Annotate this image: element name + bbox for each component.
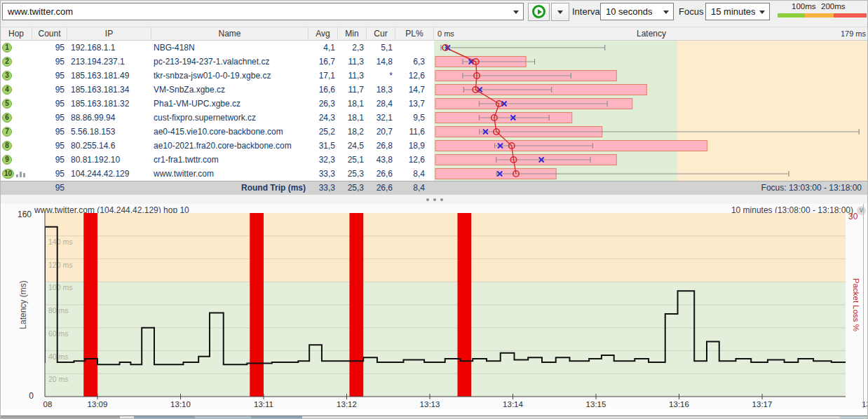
latency-scale-legend: 100ms 200ms: [778, 2, 867, 19]
latency-column-header: 0 ms Latency 179 ms: [434, 27, 868, 41]
focus-label: Focus: [679, 6, 703, 17]
cell-pl: 6,3: [395, 55, 425, 69]
hop-badge: 9: [2, 155, 12, 165]
focus-dropdown-arrow[interactable]: [757, 4, 769, 20]
hop-latency-graph: [434, 41, 868, 181]
column-header-pl: PL%: [395, 27, 434, 41]
hop-row[interactable]: 395185.163.181.49tkr-snbza-jsw01-0-0-19.…: [1, 69, 434, 83]
gridline-label: 60 ms: [48, 329, 69, 338]
hop-row[interactable]: 69588.86.99.94cust-fixpro.supernetwork.c…: [1, 111, 434, 125]
round-trip-row: 95 Round Trip (ms) 33,3 25,3 26,6 8,4 Fo…: [1, 181, 868, 195]
packet-loss-event-bar: [83, 213, 97, 397]
toolbar: www.twitter.com Interval 10 seconds Focu…: [1, 1, 868, 27]
cell-count: 95: [32, 55, 65, 69]
cell-name: tkr-snbza-jsw01-0-0-19.xgbe.cz: [154, 69, 308, 83]
cell-min: 18,2: [338, 125, 364, 139]
hop-table: 195192.168.1.1NBG-418N4,12,35,1295213.19…: [1, 41, 868, 181]
cell-ip: 104.244.42.129: [71, 167, 151, 181]
interval-dropdown-arrow[interactable]: [660, 4, 673, 20]
hop-number-badge: 10: [1, 167, 32, 181]
latency-color-bar: [778, 13, 867, 18]
latency-title: Latency: [434, 27, 868, 40]
cell-name: VM-SnbZa.xgbe.cz: [154, 83, 308, 97]
cell-pl: 9,5: [395, 111, 425, 125]
hop-number-badge: 1: [1, 41, 32, 55]
cell-pl: 13,7: [395, 97, 425, 111]
y-axis-title: Latency (ms): [18, 280, 28, 329]
target-dropdown-arrow[interactable]: [510, 4, 523, 20]
column-header-avg: Avg: [308, 27, 338, 41]
cell-name: ae10-2021.fra20.core-backbone.com: [154, 139, 308, 153]
timeline-orange-zone: [45, 213, 846, 282]
cell-ip: 185.163.181.49: [71, 69, 151, 83]
hop-row[interactable]: 1095104.244.42.129www.twitter.com33,325,…: [1, 167, 434, 181]
hop-badge: 4: [2, 85, 12, 95]
cell-name: cr1-fra1.twttr.com: [154, 153, 308, 167]
cell-ip: 213.194.237.1: [71, 55, 151, 69]
cell-avg: 4,1: [308, 41, 335, 55]
cell-min: 11,7: [338, 83, 364, 97]
hop-row[interactable]: 195192.168.1.1NBG-418N4,12,35,1: [1, 41, 434, 55]
column-header-min: Min: [338, 27, 367, 41]
cell-count: 95: [32, 139, 65, 153]
cell-avg: 33,3: [308, 167, 335, 181]
target-address-value: www.twitter.com: [8, 4, 73, 20]
hop-row[interactable]: 99580.81.192.10cr1-fra1.twttr.com32,325,…: [1, 153, 434, 167]
cell-min: 18,1: [338, 97, 364, 111]
cell-count: 95: [32, 83, 65, 97]
time-scrollbar[interactable]: [1, 408, 868, 419]
cell-avg: 25,2: [308, 125, 335, 139]
x-axis-label: 13:09: [88, 400, 108, 408]
cell-count: 95: [32, 153, 65, 167]
hop-badge: 2: [2, 57, 12, 67]
gridline-label: 140 ms: [48, 238, 72, 246]
cell-min: 2,3: [338, 41, 364, 55]
cell-ip: 185.163.181.34: [71, 83, 151, 97]
column-header-name: Name: [151, 27, 308, 41]
cell-avg: 24,3: [308, 111, 335, 125]
cell-pl: 18,9: [395, 139, 425, 153]
cell-cur: 14,8: [367, 55, 393, 69]
cell-cur: 5,1: [367, 41, 393, 55]
start-trace-button[interactable]: [528, 3, 550, 21]
timeline-green-zone: [45, 282, 846, 397]
hop-row[interactable]: 7955.56.18.153ae0-415.vie10.core-backbon…: [1, 125, 434, 139]
hop-badge: 1: [2, 43, 12, 53]
hop-number-badge: 2: [1, 55, 32, 69]
hop-number-badge: 9: [1, 153, 32, 167]
latency-time-graph[interactable]: 20 ms40 ms60 ms80 ms100 ms120 ms140 ms08…: [1, 204, 868, 408]
cell-pl: 12,6: [395, 69, 425, 83]
cell-name: pc-213-194-237-1.valachnet.cz: [154, 55, 308, 69]
hop-badge: 7: [2, 127, 12, 137]
target-address-input[interactable]: www.twitter.com: [2, 3, 524, 20]
hop-row[interactable]: 89580.255.14.6ae10-2021.fra20.core-backb…: [1, 139, 434, 153]
x-axis-label: 13:13: [420, 400, 440, 408]
timeline-pane: www.twitter.com (104.244.42.129) hop 10 …: [1, 204, 868, 419]
hop-number-badge: 8: [1, 139, 32, 153]
cell-cur: 28,4: [367, 97, 393, 111]
focus-range-text: Focus: 13:03:00 - 13:18:00: [761, 181, 862, 195]
hop-badge: 8: [2, 141, 12, 151]
y2-axis-title: Packet Loss %: [852, 278, 860, 331]
hop-badge: 6: [2, 113, 12, 123]
hop-number-badge: 6: [1, 111, 32, 125]
hop-row[interactable]: 495185.163.181.34VM-SnbZa.xgbe.cz16,611,…: [1, 83, 434, 97]
splitter-grip-icon[interactable]: [426, 198, 443, 201]
hop-row[interactable]: 595185.163.181.32Pha1-VM-UPC.xgbe.cz26,3…: [1, 97, 434, 111]
cell-cur: 20,7: [367, 125, 393, 139]
hop-number-badge: 7: [1, 125, 32, 139]
cell-ip: 80.255.14.6: [71, 139, 151, 153]
trace-options-dropdown-button[interactable]: [551, 3, 569, 21]
cell-name: ae0-415.vie10.core-backbone.com: [154, 125, 308, 139]
hop-badge: 5: [2, 99, 12, 109]
hop-badge: 3: [2, 71, 12, 81]
cell-count: 95: [32, 41, 65, 55]
focus-select[interactable]: 15 minutes: [705, 3, 770, 20]
cell-avg: 31,5: [308, 139, 335, 153]
cell-avg: 32,3: [308, 153, 335, 167]
hop-row[interactable]: 295213.194.237.1pc-213-194-237-1.valachn…: [1, 55, 434, 69]
pane-splitter[interactable]: [1, 195, 868, 204]
interval-select[interactable]: 10 seconds: [600, 3, 674, 20]
cell-avg: 16,7: [308, 55, 335, 69]
cell-pl: 8,4: [395, 167, 425, 181]
